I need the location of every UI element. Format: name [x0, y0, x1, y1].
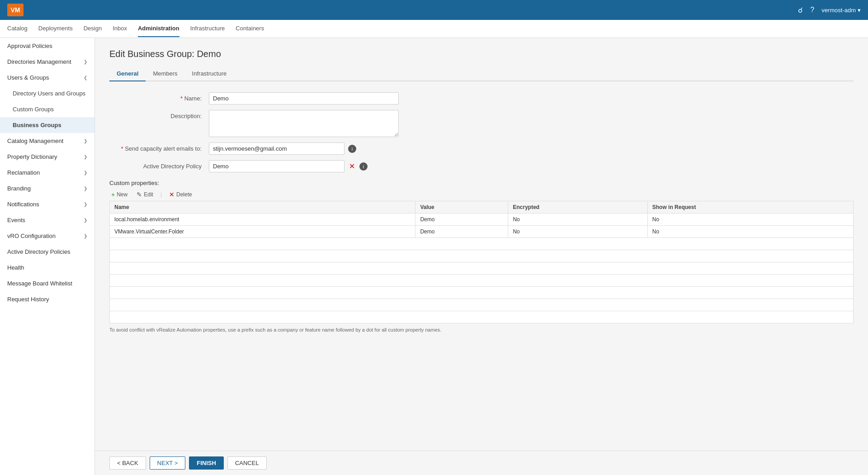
- sidebar-item-notifications[interactable]: Notifications ❯: [0, 196, 94, 212]
- empty-row: [110, 275, 854, 287]
- vm-logo[interactable]: VM: [7, 4, 24, 16]
- nav-deployments[interactable]: Deployments: [38, 20, 73, 37]
- sidebar-item-business-groups[interactable]: Business Groups: [0, 117, 94, 133]
- email-label: * Send capacity alert emails to:: [109, 142, 209, 152]
- prop-value: Demo: [415, 214, 508, 226]
- prop-name: VMware.VirtualCenter.Folder: [110, 226, 415, 238]
- plus-icon: +: [111, 191, 115, 198]
- sidebar-item-message-board-whitelist[interactable]: Message Board Whitelist: [0, 276, 94, 291]
- description-label: Description:: [109, 110, 209, 119]
- custom-properties-title: Custom properties:: [109, 180, 854, 186]
- email-info-icon[interactable]: i: [348, 145, 356, 153]
- chevron-down-icon: ❮: [84, 75, 87, 80]
- new-property-button[interactable]: + New: [109, 190, 129, 199]
- col-header-encrypted: Encrypted: [508, 201, 647, 214]
- prop-name: local.homelab.environment: [110, 214, 415, 226]
- next-button[interactable]: NEXT >: [150, 456, 186, 470]
- sidebar-item-reclamation[interactable]: Reclamation ❯: [0, 165, 94, 180]
- email-input[interactable]: [209, 142, 344, 155]
- user-menu[interactable]: vermost-adm ▾: [821, 7, 861, 14]
- adpolicy-info-icon[interactable]: i: [359, 162, 368, 171]
- chevron-right-icon-4: ❯: [84, 170, 87, 175]
- page-title: Edit Business Group: Demo: [109, 49, 854, 59]
- empty-row: [110, 238, 854, 250]
- sidebar-item-request-history[interactable]: Request History: [0, 291, 94, 307]
- name-label: * Name:: [109, 92, 209, 102]
- sidebar-item-branding[interactable]: Branding ❯: [0, 180, 94, 196]
- sidebar-item-active-directory-policies[interactable]: Active Directory Policies: [0, 244, 94, 260]
- main-content: Edit Business Group: Demo General Member…: [95, 38, 868, 475]
- topbar: VM ☌ ? vermost-adm ▾: [0, 0, 868, 20]
- empty-row: [110, 287, 854, 299]
- adpolicy-input[interactable]: [209, 160, 344, 172]
- description-input[interactable]: [209, 110, 399, 137]
- chevron-right-icon: ❯: [84, 59, 87, 64]
- custom-properties-toolbar: + New ✎ Edit | ✕ Delete: [109, 190, 854, 199]
- name-row: * Name:: [109, 92, 854, 104]
- chevron-right-icon-2: ❯: [84, 138, 87, 143]
- empty-row: [110, 299, 854, 311]
- empty-row: [110, 262, 854, 275]
- pencil-icon: ✎: [137, 191, 142, 198]
- sidebar-item-directory-users-groups[interactable]: Directory Users and Groups: [0, 86, 94, 101]
- nav-containers[interactable]: Containers: [236, 20, 264, 37]
- sidebar-item-property-dictionary[interactable]: Property Dictionary ❯: [0, 149, 94, 165]
- main-nav: Catalog Deployments Design Inbox Adminis…: [0, 20, 868, 38]
- table-row[interactable]: local.homelab.environment Demo No No: [110, 214, 854, 226]
- delete-property-button[interactable]: ✕ Delete: [167, 190, 194, 199]
- prop-show-in-request: No: [647, 226, 853, 238]
- tab-general[interactable]: General: [109, 66, 146, 81]
- delete-icon: ✕: [169, 191, 175, 198]
- nav-administration[interactable]: Administration: [138, 20, 179, 37]
- sidebar-item-vro-configuration[interactable]: vRO Configuration ❯: [0, 228, 94, 244]
- prop-encrypted: No: [508, 226, 647, 238]
- form-section: * Name: Description: * Send capacity ale…: [109, 92, 854, 172]
- custom-properties-section: Custom properties: + New ✎ Edit | ✕ Dele…: [109, 180, 854, 332]
- adpolicy-row: Active Directory Policy ✕ i: [109, 160, 854, 172]
- prop-encrypted: No: [508, 214, 647, 226]
- col-header-value: Value: [415, 201, 508, 214]
- sidebar-item-custom-groups[interactable]: Custom Groups: [0, 101, 94, 117]
- tab-infrastructure[interactable]: Infrastructure: [185, 66, 234, 81]
- col-header-name: Name: [110, 201, 415, 214]
- name-input[interactable]: [209, 92, 399, 104]
- empty-row: [110, 250, 854, 262]
- cancel-button[interactable]: CANCEL: [227, 456, 267, 470]
- help-icon[interactable]: ?: [810, 6, 814, 14]
- nav-inbox[interactable]: Inbox: [113, 20, 127, 37]
- hint-text: To avoid conflict with vRealize Automati…: [109, 327, 854, 332]
- toolbar-separator: |: [160, 191, 162, 198]
- chevron-right-icon-7: ❯: [84, 218, 87, 223]
- email-row: * Send capacity alert emails to: i: [109, 142, 854, 155]
- description-row: Description:: [109, 110, 854, 137]
- sidebar-item-directories-management[interactable]: Directories Management ❯: [0, 54, 94, 70]
- topbar-right: ☌ ? vermost-adm ▾: [798, 6, 861, 14]
- chevron-right-icon-3: ❯: [84, 154, 87, 159]
- prop-show-in-request: No: [647, 214, 853, 226]
- tab-members[interactable]: Members: [146, 66, 184, 81]
- edit-property-button[interactable]: ✎ Edit: [135, 190, 155, 199]
- sidebar-item-approval-policies[interactable]: Approval Policies: [0, 38, 94, 54]
- search-icon[interactable]: ☌: [798, 6, 803, 14]
- sidebar-item-users-groups[interactable]: Users & Groups ❮: [0, 70, 94, 86]
- tabs: General Members Infrastructure: [109, 66, 854, 81]
- empty-row: [110, 311, 854, 323]
- col-header-show-in-request: Show in Request: [647, 201, 853, 214]
- back-button[interactable]: < BACK: [109, 456, 146, 470]
- table-row[interactable]: VMware.VirtualCenter.Folder Demo No No: [110, 226, 854, 238]
- finish-button[interactable]: FINISH: [189, 456, 224, 470]
- custom-properties-table: Name Value Encrypted Show in Request loc…: [109, 201, 854, 323]
- email-field-wrap: i: [209, 142, 356, 155]
- layout: Approval Policies Directories Management…: [0, 38, 868, 475]
- sidebar-item-health[interactable]: Health: [0, 260, 94, 276]
- nav-design[interactable]: Design: [84, 20, 102, 37]
- nav-infrastructure[interactable]: Infrastructure: [190, 20, 225, 37]
- nav-catalog[interactable]: Catalog: [7, 20, 28, 37]
- adpolicy-clear-button[interactable]: ✕: [348, 162, 356, 171]
- sidebar-item-events[interactable]: Events ❯: [0, 212, 94, 228]
- adpolicy-label: Active Directory Policy: [109, 160, 209, 170]
- topbar-left: VM: [7, 4, 24, 16]
- chevron-right-icon-5: ❯: [84, 186, 87, 191]
- sidebar-item-catalog-management[interactable]: Catalog Management ❯: [0, 133, 94, 149]
- adpolicy-field-wrap: ✕ i: [209, 160, 368, 172]
